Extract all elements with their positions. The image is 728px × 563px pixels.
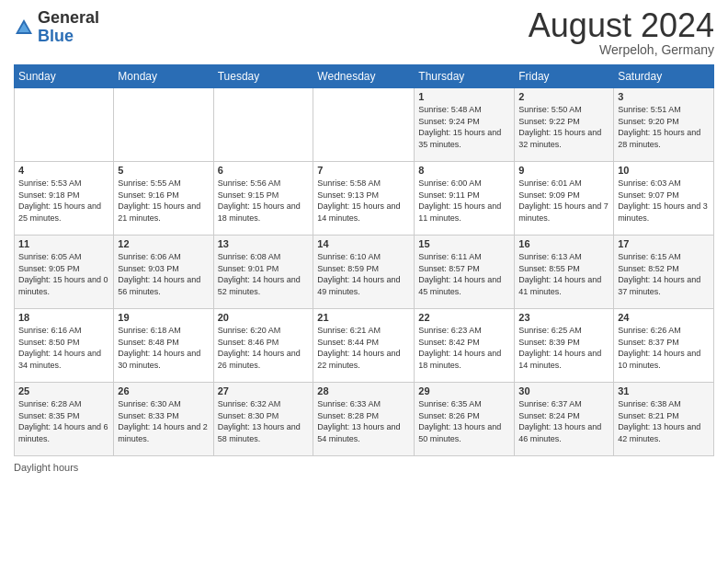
calendar-cell: 6Sunrise: 5:56 AM Sunset: 9:15 PM Daylig… xyxy=(213,162,313,236)
calendar-week-row: 18Sunrise: 6:16 AM Sunset: 8:50 PM Dayli… xyxy=(15,309,714,383)
day-number: 25 xyxy=(18,385,109,396)
day-info: Sunrise: 5:51 AM Sunset: 9:20 PM Dayligh… xyxy=(618,104,710,150)
day-number: 23 xyxy=(518,312,609,323)
calendar-cell: 4Sunrise: 5:53 AM Sunset: 9:18 PM Daylig… xyxy=(15,162,114,236)
day-number: 2 xyxy=(518,91,609,102)
calendar-header-sunday: Sunday xyxy=(15,65,114,88)
calendar-cell: 26Sunrise: 6:30 AM Sunset: 8:33 PM Dayli… xyxy=(114,383,213,456)
day-info: Sunrise: 5:48 AM Sunset: 9:24 PM Dayligh… xyxy=(418,104,510,150)
calendar-cell: 5Sunrise: 5:55 AM Sunset: 9:16 PM Daylig… xyxy=(114,162,213,236)
day-info: Sunrise: 6:35 AM Sunset: 8:26 PM Dayligh… xyxy=(418,398,510,444)
day-number: 9 xyxy=(518,165,609,176)
day-info: Sunrise: 6:13 AM Sunset: 8:55 PM Dayligh… xyxy=(518,251,609,297)
day-number: 14 xyxy=(317,238,410,249)
logo-blue: Blue xyxy=(38,27,74,45)
day-number: 19 xyxy=(118,312,209,323)
day-number: 31 xyxy=(618,385,710,396)
day-info: Sunrise: 6:38 AM Sunset: 8:21 PM Dayligh… xyxy=(618,398,710,444)
day-number: 17 xyxy=(618,238,710,249)
calendar-cell xyxy=(15,88,114,162)
calendar-cell xyxy=(213,88,313,162)
logo-icon xyxy=(14,17,34,38)
day-info: Sunrise: 6:00 AM Sunset: 9:11 PM Dayligh… xyxy=(418,178,510,224)
location: Werpeloh, Germany xyxy=(529,42,714,57)
calendar-header-row: SundayMondayTuesdayWednesdayThursdayFrid… xyxy=(15,65,714,88)
day-info: Sunrise: 6:11 AM Sunset: 8:57 PM Dayligh… xyxy=(418,251,510,297)
day-info: Sunrise: 6:05 AM Sunset: 9:05 PM Dayligh… xyxy=(18,251,109,297)
calendar-cell: 7Sunrise: 5:58 AM Sunset: 9:13 PM Daylig… xyxy=(313,162,415,236)
day-number: 13 xyxy=(218,238,310,249)
logo-general: General xyxy=(38,8,99,27)
day-number: 20 xyxy=(218,312,310,323)
calendar-cell: 29Sunrise: 6:35 AM Sunset: 8:26 PM Dayli… xyxy=(415,383,515,456)
calendar-cell: 17Sunrise: 6:15 AM Sunset: 8:52 PM Dayli… xyxy=(614,236,714,309)
day-number: 1 xyxy=(418,91,510,102)
calendar-cell: 11Sunrise: 6:05 AM Sunset: 9:05 PM Dayli… xyxy=(15,236,114,309)
calendar-cell: 22Sunrise: 6:23 AM Sunset: 8:42 PM Dayli… xyxy=(415,309,515,383)
day-number: 27 xyxy=(218,385,310,396)
day-info: Sunrise: 5:50 AM Sunset: 9:22 PM Dayligh… xyxy=(518,104,609,150)
day-number: 11 xyxy=(18,238,109,249)
header: General Blue August 2024 Werpeloh, Germa… xyxy=(14,9,714,57)
calendar-header-thursday: Thursday xyxy=(415,65,515,88)
day-info: Sunrise: 6:23 AM Sunset: 8:42 PM Dayligh… xyxy=(418,325,510,371)
day-number: 21 xyxy=(317,312,410,323)
calendar-week-row: 11Sunrise: 6:05 AM Sunset: 9:05 PM Dayli… xyxy=(15,236,714,309)
calendar-cell: 2Sunrise: 5:50 AM Sunset: 9:22 PM Daylig… xyxy=(515,88,614,162)
day-info: Sunrise: 6:01 AM Sunset: 9:09 PM Dayligh… xyxy=(518,178,609,224)
day-number: 6 xyxy=(218,165,310,176)
calendar-cell: 12Sunrise: 6:06 AM Sunset: 9:03 PM Dayli… xyxy=(114,236,213,309)
calendar-cell: 19Sunrise: 6:18 AM Sunset: 8:48 PM Dayli… xyxy=(114,309,213,383)
day-info: Sunrise: 6:33 AM Sunset: 8:28 PM Dayligh… xyxy=(317,398,410,444)
day-info: Sunrise: 5:58 AM Sunset: 9:13 PM Dayligh… xyxy=(317,178,410,224)
calendar-week-row: 25Sunrise: 6:28 AM Sunset: 8:35 PM Dayli… xyxy=(15,383,714,456)
daylight-label: Daylight hours xyxy=(14,462,78,473)
calendar-cell: 10Sunrise: 6:03 AM Sunset: 9:07 PM Dayli… xyxy=(614,162,714,236)
calendar-cell: 16Sunrise: 6:13 AM Sunset: 8:55 PM Dayli… xyxy=(515,236,614,309)
footer: Daylight hours xyxy=(14,462,714,473)
logo-text: General Blue xyxy=(38,9,99,46)
calendar-cell: 8Sunrise: 6:00 AM Sunset: 9:11 PM Daylig… xyxy=(415,162,515,236)
calendar-week-row: 1Sunrise: 5:48 AM Sunset: 9:24 PM Daylig… xyxy=(15,88,714,162)
day-info: Sunrise: 6:03 AM Sunset: 9:07 PM Dayligh… xyxy=(618,178,710,224)
calendar-header-saturday: Saturday xyxy=(614,65,714,88)
day-number: 30 xyxy=(518,385,609,396)
day-info: Sunrise: 6:08 AM Sunset: 9:01 PM Dayligh… xyxy=(218,251,310,297)
day-info: Sunrise: 6:20 AM Sunset: 8:46 PM Dayligh… xyxy=(218,325,310,371)
day-number: 3 xyxy=(618,91,710,102)
day-number: 5 xyxy=(118,165,209,176)
calendar-cell: 28Sunrise: 6:33 AM Sunset: 8:28 PM Dayli… xyxy=(313,383,415,456)
calendar-cell: 9Sunrise: 6:01 AM Sunset: 9:09 PM Daylig… xyxy=(515,162,614,236)
day-number: 7 xyxy=(317,165,410,176)
calendar-header-wednesday: Wednesday xyxy=(313,65,415,88)
calendar-header-monday: Monday xyxy=(114,65,213,88)
day-info: Sunrise: 6:25 AM Sunset: 8:39 PM Dayligh… xyxy=(518,325,609,371)
day-info: Sunrise: 6:32 AM Sunset: 8:30 PM Dayligh… xyxy=(218,398,310,444)
calendar-cell: 20Sunrise: 6:20 AM Sunset: 8:46 PM Dayli… xyxy=(213,309,313,383)
day-info: Sunrise: 6:21 AM Sunset: 8:44 PM Dayligh… xyxy=(317,325,410,371)
calendar-cell xyxy=(114,88,213,162)
day-number: 16 xyxy=(518,238,609,249)
day-number: 8 xyxy=(418,165,510,176)
calendar-header-tuesday: Tuesday xyxy=(213,65,313,88)
logo: General Blue xyxy=(14,9,99,46)
day-info: Sunrise: 6:28 AM Sunset: 8:35 PM Dayligh… xyxy=(18,398,109,444)
day-info: Sunrise: 6:15 AM Sunset: 8:52 PM Dayligh… xyxy=(618,251,710,297)
calendar-cell: 30Sunrise: 6:37 AM Sunset: 8:24 PM Dayli… xyxy=(515,383,614,456)
calendar-table: SundayMondayTuesdayWednesdayThursdayFrid… xyxy=(14,64,714,456)
calendar-cell: 24Sunrise: 6:26 AM Sunset: 8:37 PM Dayli… xyxy=(614,309,714,383)
calendar-cell: 25Sunrise: 6:28 AM Sunset: 8:35 PM Dayli… xyxy=(15,383,114,456)
day-number: 26 xyxy=(118,385,209,396)
day-info: Sunrise: 6:16 AM Sunset: 8:50 PM Dayligh… xyxy=(18,325,109,371)
day-number: 18 xyxy=(18,312,109,323)
day-number: 4 xyxy=(18,165,109,176)
calendar-cell: 31Sunrise: 6:38 AM Sunset: 8:21 PM Dayli… xyxy=(614,383,714,456)
calendar-cell: 13Sunrise: 6:08 AM Sunset: 9:01 PM Dayli… xyxy=(213,236,313,309)
day-info: Sunrise: 5:56 AM Sunset: 9:15 PM Dayligh… xyxy=(218,178,310,224)
calendar-cell: 27Sunrise: 6:32 AM Sunset: 8:30 PM Dayli… xyxy=(213,383,313,456)
calendar-cell: 15Sunrise: 6:11 AM Sunset: 8:57 PM Dayli… xyxy=(415,236,515,309)
calendar-cell xyxy=(313,88,415,162)
title-block: August 2024 Werpeloh, Germany xyxy=(529,9,714,57)
day-number: 28 xyxy=(317,385,410,396)
page: General Blue August 2024 Werpeloh, Germa… xyxy=(0,0,728,563)
